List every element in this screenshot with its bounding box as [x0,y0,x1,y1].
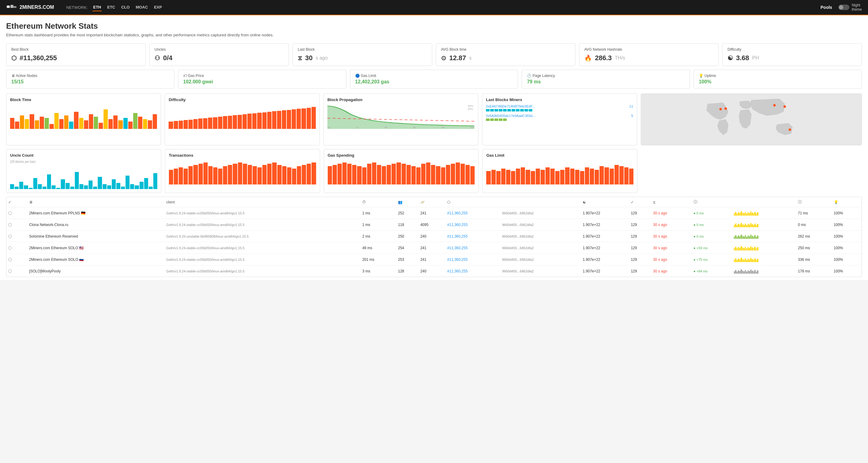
td-pending: 240 [418,266,445,277]
chart-bar [347,164,351,184]
chart-bar [74,112,78,129]
chart-bar [287,110,291,129]
td-sparkline [732,266,796,277]
sparkline-bar [750,258,752,262]
sparkline-bar [737,214,738,216]
night-theme-switch[interactable] [838,5,849,10]
sparkline-bar [743,259,745,262]
sparkline-bar [752,224,753,227]
chart-bar [470,166,475,184]
miner-bar-segment [486,109,490,112]
uptime-label: 💡 Uptime [699,73,857,78]
chart-bar [24,185,28,189]
chart-bar [135,185,139,189]
chart-bar [262,113,267,129]
sparkline-bar [737,260,738,262]
sparkline-bar [753,213,754,216]
td-difficulty: 1.907e+22 [581,219,629,230]
nav-etc[interactable]: ETC [106,4,116,11]
world-map-svg [641,94,862,145]
td-sparkline [732,254,796,266]
miner-bar-segment [494,119,498,121]
status-circle [8,269,12,273]
nav-clo[interactable]: CLO [121,4,130,11]
nav-label: NETWORK: [66,5,88,10]
sparkline-bar [750,211,752,216]
chart-bar [140,182,144,189]
miner-bar-segment [490,109,494,112]
stat-cards-row2: 🖥 Active Nodes 15/15 🏷 Gas Price 102.000… [6,70,862,89]
td-sparkline [732,230,796,242]
sparkline-bar [750,246,752,250]
sparkline-bar [742,213,743,216]
sparkline-bar [735,235,736,239]
sparkline-bar [748,259,749,262]
chart-bar [238,115,242,129]
miner-row-1: 0xEA674fdDe714fd979de3EdF... 11 [486,104,633,112]
chart-bar [267,164,272,184]
chart-bar [491,170,496,184]
td-peers: 254 [396,242,418,254]
chart-bar [387,165,391,184]
nav-moac[interactable]: MOAC [135,4,149,11]
chart-bar [501,168,505,184]
miner-row-2: 0x5A0b54D5dc17e0AadC383d... 5 [486,114,633,121]
chart-bar [123,118,128,129]
sparkline-bar [749,213,750,216]
nav-exp[interactable]: EXP [153,4,162,11]
chart-bar [84,120,88,129]
transactions-chart [169,160,316,184]
chart-bar [130,184,134,189]
chart-bar [193,119,197,129]
page-latency-label: 🕐 Page Latency [527,73,685,78]
td-propagation: ● +59 ms [692,242,732,254]
propagation-axes: 40% 20% [468,104,473,111]
sparkline-bar [748,236,749,239]
chart-bar [208,118,212,129]
th-last-block-time: ⧖ [651,197,691,207]
chart-bar [297,109,301,129]
td-uptime: 100% [832,219,862,230]
gas-spending-title: Gas Spending [328,153,475,158]
avg-block-time-value: ⊙ 12.87 s [441,54,570,62]
sparkline-bar [741,223,742,227]
td-last-block-time: 30 s ago [651,266,691,277]
sparkline-bar [741,235,742,239]
chart-bar [103,184,106,189]
table-row: 2Miners.com Ethereum SOLO 🇷🇺 Geth/v1.9.2… [6,254,862,266]
td-block: #11,360,255 [445,242,500,254]
sparkline [734,244,758,250]
night-theme-toggle: Nighttheme [838,3,862,11]
difficulty-number: 3.68 [736,54,749,62]
th-uptime: 💡 [832,197,862,207]
chart-bar [526,170,530,184]
chart-bar [56,188,60,189]
chart-bar [531,171,535,184]
chart-bar [624,167,628,184]
chart-bar [511,171,515,184]
td-node-latency: 178 ms [796,266,832,277]
td-latency: 1 ms [361,219,396,230]
nav-eth[interactable]: ETH [93,4,102,11]
sparkline-bar [734,248,735,250]
gas-limit-chart-title: Gas Limit [486,153,633,158]
pools-button[interactable]: Pools [821,5,832,10]
td-propagation: ● +75 ms [692,254,732,266]
chart-bar [312,107,316,129]
td-pending: 240 [418,230,445,242]
page-content: Ethereum Network Stats Ethereum stats da… [0,15,868,280]
chart-bar [50,124,54,129]
chart-bar [10,118,14,129]
logo-text: 2MINERS.COM [20,5,54,10]
chart-bar [126,176,129,189]
miner-bar-segment [499,109,502,112]
sparkline-bar [742,236,743,239]
td-client: Geth/v1.9.25-unstable-6b985808/linux-amd… [164,230,361,242]
transactions-panel: Transactions [165,149,320,193]
chart-bar [590,168,594,184]
chart-bar [144,178,148,189]
miners-title: Last Blocks Miners [486,97,633,102]
chart-bar [169,170,173,184]
td-latency: 201 ms [361,254,396,266]
sparkline-bar [735,270,736,274]
